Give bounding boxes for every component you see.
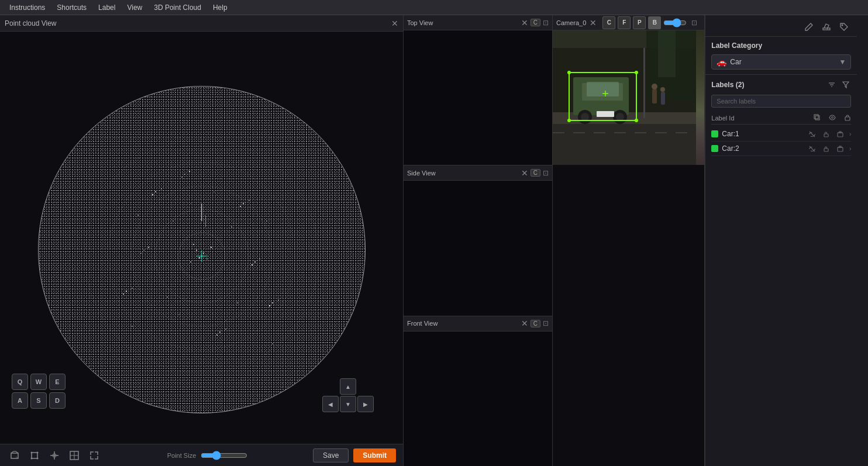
labels-filter-icon[interactable] — [826, 80, 837, 90]
menu-view[interactable]: View — [122, 2, 147, 13]
label-car1-delete-button[interactable] — [835, 129, 845, 139]
transform-tool-icon[interactable] — [27, 448, 42, 463]
menu-label[interactable]: Label — [94, 2, 120, 13]
cam-btn-p[interactable]: P — [633, 16, 646, 29]
nav-right-button[interactable]: ▶ — [357, 396, 374, 412]
top-view-titlebar: Top View ✕ C ⊡ — [404, 15, 552, 30]
svg-point-103 — [832, 117, 833, 119]
svg-point-13 — [155, 191, 156, 192]
svg-point-6 — [210, 246, 211, 247]
front-view-close-button[interactable]: ✕ — [521, 319, 528, 328]
svg-rect-91 — [652, 89, 657, 103]
label-eye-header-icon — [829, 114, 836, 122]
front-view-maximize-button[interactable]: ⊡ — [543, 319, 549, 327]
svg-point-24 — [268, 305, 270, 306]
cam-btn-c[interactable]: C — [602, 16, 615, 29]
label-car1-name: Car:1 — [722, 130, 807, 138]
tag-icon[interactable] — [837, 20, 851, 34]
svg-point-15 — [151, 194, 153, 195]
expand-view-icon[interactable] — [87, 448, 102, 463]
pencil-icon[interactable] — [819, 20, 833, 34]
pointcloud-panel: Point cloud View ✕ — [0, 15, 404, 466]
side-view-badge: C — [531, 169, 540, 177]
front-view-badge: C — [531, 320, 540, 327]
side-view-panel: Side View ✕ C ⊡ — [404, 165, 552, 316]
toolbar-icons-left — [7, 448, 102, 463]
svg-point-43 — [132, 326, 133, 327]
search-labels-input[interactable] — [711, 95, 851, 108]
label-car2-lock-button[interactable] — [821, 144, 831, 153]
side-view-maximize-button[interactable]: ⊡ — [543, 169, 549, 177]
svg-point-62 — [37, 457, 39, 459]
crosshair-tool-icon[interactable] — [47, 448, 62, 463]
save-button[interactable]: Save — [313, 448, 349, 462]
svg-rect-109 — [839, 132, 841, 133]
edit-icon[interactable] — [802, 20, 816, 34]
svg-point-14 — [161, 188, 162, 189]
camera-toolbar: C F P B ⊡ — [599, 15, 701, 30]
main-layout: Point cloud View ✕ — [0, 15, 868, 466]
grid-tool-icon[interactable] — [67, 448, 82, 463]
labels-funnel-icon[interactable] — [841, 80, 851, 90]
label-lock-header-icon — [844, 114, 851, 122]
label-car2-expand-button[interactable]: › — [849, 146, 851, 152]
menu-shortcuts[interactable]: Shortcuts — [52, 2, 91, 13]
cam-btn-b[interactable]: B — [648, 16, 661, 29]
labels-table-header: Label Id — [711, 112, 851, 125]
nav-left-button[interactable]: ◀ — [322, 396, 339, 412]
submit-button[interactable]: Submit — [353, 448, 396, 462]
pointcloud-circle — [38, 86, 366, 413]
svg-rect-74 — [658, 30, 676, 77]
nav-row-middle: ◀ ▼ ▶ — [322, 396, 374, 412]
labels-header: Labels (2) — [711, 80, 851, 90]
svg-point-2 — [198, 257, 199, 258]
svg-point-7 — [190, 261, 191, 263]
box-tool-icon[interactable] — [7, 448, 22, 463]
top-view-badge: C — [531, 19, 540, 26]
camera-close-button[interactable]: ✕ — [590, 18, 597, 27]
label-row-car1: Car:1 — [711, 127, 851, 141]
svg-point-35 — [259, 258, 260, 260]
menu-help[interactable]: Help — [208, 2, 232, 13]
label-car1-visibility-button[interactable] — [807, 129, 817, 139]
right-header-icons — [802, 20, 851, 34]
top-view-maximize-button[interactable]: ⊡ — [543, 19, 549, 27]
svg-point-33 — [140, 253, 142, 254]
nav-down-button[interactable]: ▼ — [340, 396, 356, 412]
camera-below-content — [553, 165, 704, 466]
category-dropdown[interactable]: 🚗 Car ▼ — [711, 54, 851, 70]
point-size-slider[interactable] — [201, 451, 247, 460]
svg-rect-107 — [838, 133, 843, 137]
menu-3d-point-cloud[interactable]: 3D Point Cloud — [149, 2, 206, 13]
svg-point-45 — [190, 203, 191, 203]
svg-point-47 — [178, 314, 179, 315]
cam-btn-f[interactable]: F — [618, 16, 631, 29]
car-category-icon: 🚗 — [717, 57, 726, 67]
label-car1-actions: › — [807, 129, 851, 139]
svg-point-87 — [635, 119, 638, 122]
camera-panel: Camera_0 ✕ C F P B ⊡ — [553, 15, 705, 466]
side-view-titlebar: Side View ✕ C ⊡ — [404, 165, 552, 181]
svg-point-48 — [225, 320, 226, 320]
top-view-close-button[interactable]: ✕ — [521, 18, 528, 27]
label-car1-expand-button[interactable]: › — [849, 131, 851, 137]
pointcloud-close-button[interactable]: ✕ — [391, 19, 398, 28]
camera-brightness-slider[interactable] — [663, 18, 687, 27]
label-car2-visibility-button[interactable] — [807, 144, 817, 153]
camera-maximize-button[interactable]: ⊡ — [691, 19, 697, 27]
label-car2-delete-button[interactable] — [835, 144, 845, 153]
menu-instructions[interactable]: Instructions — [5, 2, 50, 13]
point-size-label: Point Size — [167, 452, 197, 459]
side-view-close-button[interactable]: ✕ — [521, 168, 528, 178]
nav-up-button[interactable]: ▲ — [340, 378, 356, 395]
side-view-content — [404, 181, 552, 315]
kb-key-s: S — [30, 392, 47, 409]
kb-key-q: Q — [12, 374, 28, 390]
pointcloud-content: Q W E A S D ▲ ◀ ▼ ▶ — [0, 32, 403, 444]
svg-point-81 — [616, 113, 624, 121]
svg-point-28 — [219, 332, 221, 333]
label-car1-lock-button[interactable] — [821, 129, 831, 139]
svg-point-37 — [173, 220, 174, 222]
side-view-title: Side View — [407, 170, 518, 177]
label-car2-actions: › — [807, 144, 851, 153]
